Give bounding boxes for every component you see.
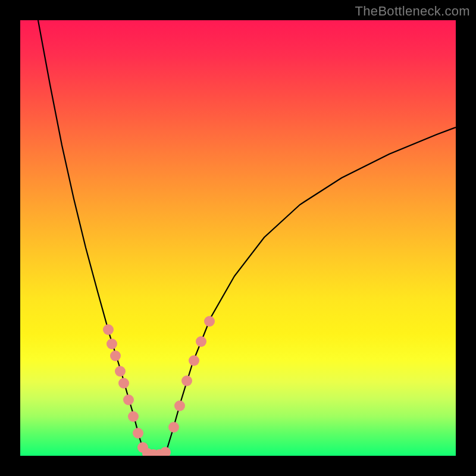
data-point-marker <box>168 422 179 433</box>
data-point-marker <box>189 355 199 366</box>
data-point-markers <box>103 316 215 456</box>
watermark-text: TheBottleneck.com <box>355 4 470 19</box>
plot-area <box>20 20 456 456</box>
data-point-marker <box>110 350 121 361</box>
data-point-marker <box>196 336 206 347</box>
right-curve <box>166 127 456 452</box>
data-point-marker <box>115 366 126 377</box>
data-point-marker <box>160 447 171 456</box>
chart-frame: TheBottleneck.com <box>0 0 476 476</box>
data-point-marker <box>123 394 134 405</box>
data-point-marker <box>103 324 114 335</box>
left-curve <box>38 20 144 452</box>
data-point-marker <box>133 428 143 439</box>
data-point-marker <box>107 339 117 349</box>
chart-svg <box>20 20 456 456</box>
data-point-marker <box>181 375 192 386</box>
data-point-marker <box>128 411 139 422</box>
data-point-marker <box>174 400 185 411</box>
data-point-marker <box>118 378 129 389</box>
data-point-marker <box>204 316 215 327</box>
